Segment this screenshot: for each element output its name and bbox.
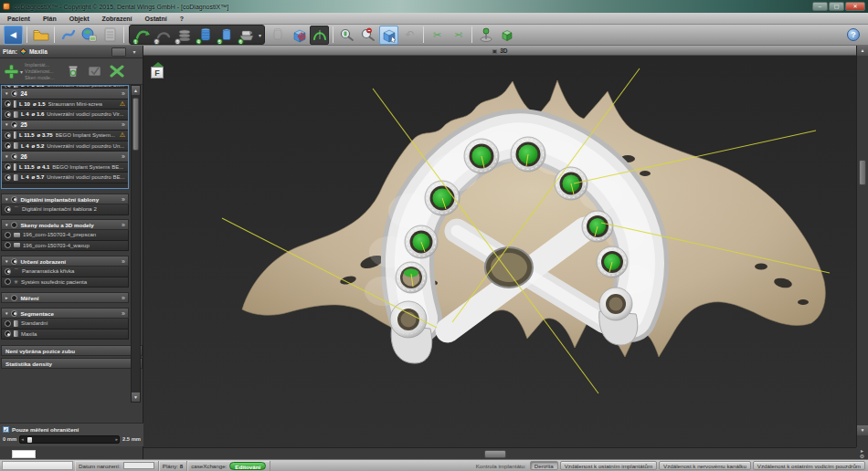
chevron-double-icon[interactable]: » (122, 310, 125, 317)
tree-item[interactable]: L 10 ø 1.5 Straumann Mini-screw ⚠ (2, 99, 128, 110)
visibility-radio[interactable] (11, 121, 17, 128)
green-cube-button[interactable] (497, 26, 516, 45)
density-statistics-bar[interactable]: Statistika density ⇅ (1, 358, 143, 369)
maximize-button[interactable]: ▢ (829, 2, 844, 11)
panoramic-view-button[interactable] (310, 26, 329, 45)
collapse-triangle-icon[interactable]: ▼ (5, 122, 8, 127)
list-item[interactable]: 196_com-150703-4_waxup (1, 241, 129, 252)
collapse-triangle-icon[interactable]: ▼ (5, 311, 8, 316)
close-button[interactable]: ✕ (845, 2, 865, 11)
menu-plan[interactable]: Plán (43, 16, 57, 22)
workflow-step-6-button[interactable]: 6 (238, 26, 257, 45)
zoom-remove-button[interactable] (358, 26, 377, 45)
scroll-thumb[interactable] (132, 98, 139, 151)
workflow-step-3-button[interactable]: 3 (175, 26, 194, 45)
collapse-triangle-icon[interactable]: ▼ (5, 154, 8, 159)
zoom-implant-button[interactable] (337, 26, 356, 45)
plan-list-button[interactable] (111, 47, 126, 57)
list-item[interactable]: ⌒ Digitální implantační šablona 2 (1, 204, 129, 215)
visibility-radio[interactable] (5, 242, 11, 248)
chevron-double-icon[interactable]: » (122, 90, 125, 97)
3d-scene[interactable] (143, 56, 856, 447)
density-slider[interactable]: ◂ ▸ (19, 435, 120, 444)
chevron-double-icon[interactable]: » (122, 153, 125, 160)
chevron-double-icon[interactable]: » (122, 258, 125, 265)
tooth-group-24[interactable]: ▼ 24 » (2, 89, 128, 99)
section-header[interactable]: ▼ Digitální implantační šablony » (1, 194, 129, 204)
slider-right-arrow[interactable]: ▸ (116, 436, 119, 442)
tree-item[interactable]: L 4 ø 5.7 Univerzální vodicí pouzdro BE.… (2, 173, 128, 183)
tree-item[interactable]: L 11.5 ø 4.1 BEGO Implant Systems BE... (2, 162, 128, 173)
viewport-hscrollbar[interactable] (143, 447, 856, 459)
chevron-double-icon[interactable]: » (122, 196, 125, 203)
section-header[interactable]: ▼ Segmentace » (1, 308, 129, 319)
visibility-radio[interactable] (11, 258, 17, 265)
visibility-radio[interactable] (11, 295, 17, 301)
tooth-group-26[interactable]: ▼ 26 » (2, 152, 128, 162)
scroll-down-button[interactable]: ▼ (132, 392, 140, 402)
visibility-radio[interactable] (5, 278, 11, 285)
viewport-vscrollbar[interactable]: ▲ ▼ (856, 46, 868, 447)
back-button[interactable]: ◀ (4, 26, 23, 45)
chevron-double-icon[interactable]: » (122, 295, 125, 301)
visibility-radio[interactable] (11, 310, 17, 317)
sleeve-implant-partial[interactable] (396, 262, 427, 293)
plan-curve-button[interactable] (58, 26, 78, 45)
visibility-radio[interactable] (5, 174, 11, 181)
tree-item[interactable]: L 4 ø 5.2 Univerzální vodicí pouzdro Un.… (2, 141, 128, 152)
visibility-radio[interactable] (5, 100, 11, 107)
collapse-triangle-icon[interactable]: ▼ (5, 259, 8, 264)
add-object-button[interactable] (2, 62, 20, 80)
visibility-radio[interactable] (11, 196, 17, 203)
menu-objekt[interactable]: Objekt (69, 16, 90, 22)
anchor-ring[interactable] (599, 288, 632, 320)
visibility-radio[interactable] (11, 90, 17, 97)
list-item[interactable]: Standardní (1, 319, 129, 330)
chevron-double-icon[interactable]: » (122, 222, 125, 228)
visibility-radio[interactable] (5, 163, 11, 170)
joystick-button[interactable] (476, 26, 495, 45)
tree-item[interactable]: L 11.5 ø 3.75 BEGO Implant System... ⚠ (2, 131, 128, 141)
cube-pointer-button[interactable] (289, 26, 308, 45)
workflow-dropdown-caret[interactable]: ▾ (259, 32, 261, 38)
collapse-triangle-icon[interactable]: ► (5, 296, 8, 300)
scroll-thumb[interactable] (484, 450, 506, 458)
implant-tool-disabled[interactable] (268, 26, 287, 45)
menu-zobrazeni[interactable]: Zobrazení (102, 16, 132, 22)
open-folder-button[interactable] (31, 26, 50, 45)
gear-icon[interactable]: ⚙ (860, 454, 864, 459)
workflow-step-1-button[interactable]: 1 (132, 26, 152, 45)
list-item[interactable]: ✳ Systém souřednic pacienta (1, 277, 129, 288)
checklist-button[interactable] (85, 62, 105, 80)
undo-button[interactable]: ↶ (400, 26, 419, 45)
menu-help[interactable]: ? (180, 16, 184, 22)
help-button[interactable]: ? (847, 28, 860, 41)
visibility-radio[interactable] (5, 85, 11, 89)
tooth-group-25[interactable]: ▼ 25 » (2, 120, 128, 131)
cut-bone-button[interactable]: ✂ (428, 26, 447, 45)
minimize-button[interactable]: – (812, 2, 828, 11)
collapse-triangle-icon[interactable]: ▼ (5, 223, 8, 227)
viewport-corner-buttons[interactable]: ▸ ⚙ (856, 447, 868, 459)
tooth-position-bar[interactable]: Není vybrána pozice zubu ⇅ (1, 345, 143, 356)
visibility-radio[interactable] (5, 232, 11, 238)
check-distance-sleeves-button[interactable]: Vzdálenost k ostatním vodicím pouzdrům (753, 461, 865, 470)
slider-left-arrow[interactable]: ◂ (21, 436, 24, 442)
scroll-thumb[interactable] (859, 160, 866, 185)
visibility-radio[interactable] (11, 222, 17, 228)
sleeve-implant[interactable] (555, 167, 587, 200)
cut-model-button[interactable]: ✂ (449, 26, 468, 45)
sleeve-implant[interactable] (582, 211, 613, 242)
visibility-radio[interactable] (5, 111, 11, 118)
chevron-double-icon[interactable]: » (122, 121, 125, 128)
check-distance-nerve-button[interactable]: Vzdálenost k nervovému kanálku (659, 461, 751, 470)
collapse-triangle-icon[interactable]: ▼ (5, 91, 8, 96)
visibility-radio[interactable] (5, 268, 11, 275)
sleeve-implant[interactable] (464, 139, 499, 173)
section-header[interactable]: ▼ Určení zobrazení » (1, 256, 129, 267)
list-item[interactable]: Maxila (1, 330, 129, 340)
viewport-header[interactable]: ▣ 3D (143, 46, 856, 56)
close-plan-button[interactable] (107, 62, 127, 80)
visibility-radio[interactable] (11, 153, 17, 160)
delete-object-button[interactable] (63, 62, 83, 80)
